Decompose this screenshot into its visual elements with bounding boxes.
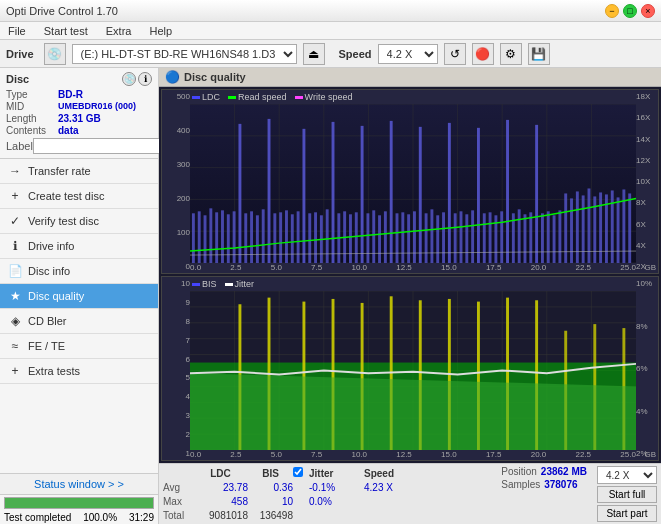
legend-read: Read speed	[228, 92, 287, 102]
legend-jitter: Jitter	[225, 279, 255, 289]
svg-rect-35	[302, 129, 305, 263]
svg-rect-33	[291, 214, 294, 263]
type-label: Type	[6, 89, 58, 100]
sidebar-item-disc-info[interactable]: 📄 Disc info	[0, 259, 158, 284]
svg-rect-30	[273, 213, 276, 263]
total-ldc: 9081018	[193, 508, 248, 522]
eject-button[interactable]: ⏏	[303, 43, 325, 65]
svg-rect-23	[233, 211, 236, 263]
svg-rect-79	[558, 210, 561, 263]
col-bis: BIS	[248, 466, 293, 481]
status-window-button[interactable]: Status window > >	[0, 474, 158, 495]
status-text-row: Test completed 100.0% 31:29	[0, 511, 158, 524]
svg-rect-20	[215, 212, 218, 263]
length-value: 23.31 GB	[58, 113, 101, 124]
write-dot	[295, 96, 303, 99]
svg-rect-27	[256, 215, 259, 263]
sidebar-item-verify-test-disc[interactable]: ✓ Verify test disc	[0, 209, 158, 234]
svg-rect-29	[268, 119, 271, 263]
close-button[interactable]: ×	[641, 4, 655, 18]
disc-section: Disc 💿 ℹ Type BD-R MID UMEBDR016 (000) L…	[0, 68, 158, 159]
svg-rect-73	[524, 214, 527, 263]
disc-info-icon: ℹ	[138, 72, 152, 86]
legend-bis-label: BIS	[202, 279, 217, 289]
ldc-dot	[192, 96, 200, 99]
svg-rect-44	[355, 212, 358, 263]
disc-header: Disc 💿 ℹ	[6, 72, 152, 86]
start-part-button[interactable]: Start part	[597, 505, 657, 522]
svg-rect-77	[547, 211, 550, 263]
bottom-chart-svg	[190, 291, 636, 450]
speed-label: Speed	[339, 48, 372, 60]
svg-rect-58	[436, 215, 439, 263]
total-label: Total	[163, 508, 193, 522]
chart-header: 🔵 Disc quality	[159, 68, 661, 87]
max-ldc: 458	[193, 495, 248, 509]
bottom-y-axis-left: 10 9 8 7 6 5 4 3 2 1	[162, 277, 190, 460]
svg-rect-51	[396, 213, 399, 263]
bis-dot	[192, 283, 200, 286]
drive-info-icon: ℹ	[8, 239, 22, 253]
sidebar-item-fe-te[interactable]: ≈ FE / TE	[0, 334, 158, 359]
sidebar-item-label: Extra tests	[28, 365, 80, 377]
label-label: Label	[6, 140, 33, 152]
samples-stat: Samples 378076	[501, 479, 587, 490]
type-value: BD-R	[58, 89, 83, 100]
svg-rect-75	[535, 125, 538, 263]
disc-label-row: Label ✎	[6, 138, 152, 154]
speed-select[interactable]: 4.2 X	[378, 44, 438, 64]
max-jitter: 0.0%	[309, 495, 364, 509]
top-y-axis-right: 18X 16X 14X 12X 10X 8X 6X 4X 2X	[636, 90, 658, 273]
svg-rect-81	[570, 198, 573, 263]
total-bis: 136498	[248, 508, 293, 522]
progress-bar-container	[4, 497, 154, 509]
menu-file[interactable]: File	[4, 25, 30, 37]
top-chart-panel: LDC Read speed Write speed 500 400 30	[161, 89, 659, 274]
drive-select[interactable]: (E:) HL-DT-ST BD-RE WH16NS48 1.D3	[72, 44, 297, 64]
col-speed: Speed	[364, 466, 419, 481]
menu-help[interactable]: Help	[145, 25, 176, 37]
menu-extra[interactable]: Extra	[102, 25, 136, 37]
svg-rect-83	[582, 195, 585, 263]
bottom-chart-legend: BIS Jitter	[192, 279, 254, 289]
svg-rect-69	[500, 211, 503, 263]
avg-ldc: 23.78	[193, 481, 248, 495]
length-label: Length	[6, 113, 58, 124]
top-chart-legend: LDC Read speed Write speed	[192, 92, 352, 102]
sidebar-item-drive-info[interactable]: ℹ Drive info	[0, 234, 158, 259]
start-full-button[interactable]: Start full	[597, 486, 657, 503]
menu-start-test[interactable]: Start test	[40, 25, 92, 37]
burn-button[interactable]: 🔴	[472, 43, 494, 65]
label-input[interactable]	[33, 138, 166, 154]
svg-rect-31	[279, 212, 282, 263]
svg-rect-18	[204, 215, 207, 263]
speed-dropdown[interactable]: 4.2 X	[597, 466, 657, 484]
disc-contents-row: Contents data	[6, 125, 152, 136]
app-title: Opti Drive Control 1.70	[6, 5, 118, 17]
sidebar-item-transfer-rate[interactable]: → Transfer rate	[0, 159, 158, 184]
sidebar-item-cd-bler[interactable]: ◈ CD Bler	[0, 309, 158, 334]
refresh-button[interactable]: ↺	[444, 43, 466, 65]
minimize-button[interactable]: −	[605, 4, 619, 18]
svg-rect-43	[349, 214, 352, 263]
maximize-button[interactable]: □	[623, 4, 637, 18]
jitter-checkbox[interactable]	[293, 467, 303, 477]
settings-button[interactable]: ⚙	[500, 43, 522, 65]
sidebar-item-create-test-disc[interactable]: + Create test disc	[0, 184, 158, 209]
avg-jitter: -0.1%	[309, 481, 364, 495]
sidebar-item-extra-tests[interactable]: + Extra tests	[0, 359, 158, 384]
save-button[interactable]: 💾	[528, 43, 550, 65]
sidebar-item-disc-quality[interactable]: ★ Disc quality	[0, 284, 158, 309]
avg-label: Avg	[163, 481, 193, 495]
svg-rect-59	[442, 212, 445, 263]
avg-bis: 0.36	[248, 481, 293, 495]
bottom-x-gb-label: GB	[644, 450, 656, 459]
sidebar-item-label: Drive info	[28, 240, 74, 252]
bottom-chart-panel: BIS Jitter 10 9 8 7 6 5 4 3	[161, 276, 659, 461]
drive-icon-btn[interactable]: 💿	[44, 43, 66, 65]
svg-rect-91	[628, 193, 631, 263]
legend-jitter-label: Jitter	[235, 279, 255, 289]
legend-write-label: Write speed	[305, 92, 353, 102]
stats-table: LDC BIS Jitter Speed Avg 23.78 0.36 -0.1…	[163, 466, 419, 522]
svg-rect-60	[448, 123, 451, 263]
